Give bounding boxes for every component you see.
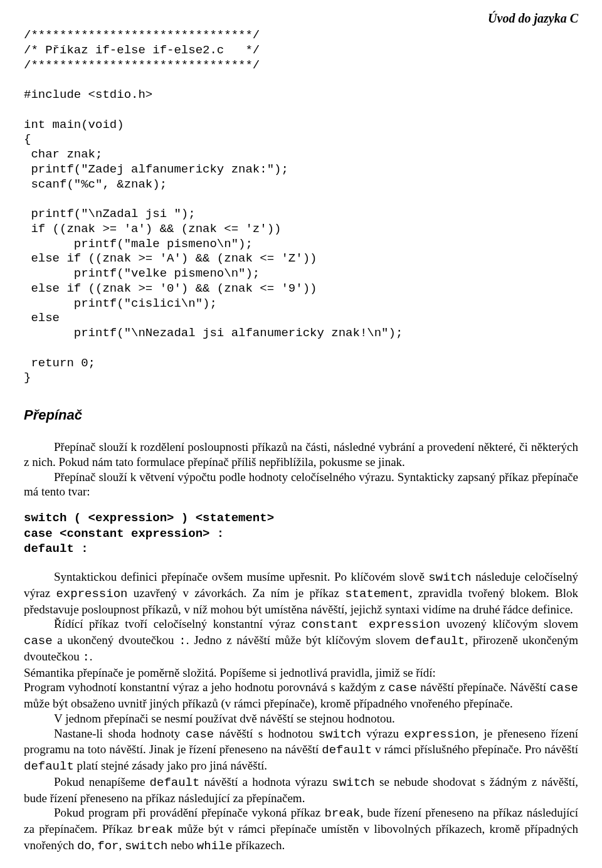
code-line: /* Příkaz if-else if-else2.c */ xyxy=(24,43,260,57)
text: výrazu xyxy=(361,727,404,740)
code-line: else if ((znak >= '0') && (znak <= '9')) xyxy=(24,282,317,295)
code-line: else xyxy=(24,311,60,325)
paragraph: Přepínač slouží k rozdělení posloupnosti… xyxy=(24,440,578,470)
keyword-default: default xyxy=(415,634,465,648)
code-line: return 0; xyxy=(24,356,95,370)
paragraph: Přepínač slouží k větvení výpočtu podle … xyxy=(24,470,578,500)
paragraph: Řídící příkaz tvoří celočíselný konstant… xyxy=(24,617,578,665)
keyword-for: for xyxy=(97,839,119,853)
text: , xyxy=(92,839,98,852)
keyword-colon: : xyxy=(82,650,89,664)
keyword-case: case xyxy=(388,681,417,695)
code-block: /*******************************/ /* Pří… xyxy=(24,28,578,386)
text: Pokud program při provádění přepínače vy… xyxy=(54,806,324,819)
paragraph: Nastane-li shoda hodnoty case návěští s … xyxy=(24,726,578,775)
syntax-block: switch ( <expression> ) <statement> case… xyxy=(24,511,578,557)
paragraph: Syntaktickou definici přepínače ovšem mu… xyxy=(24,569,578,617)
text: Přepínač xyxy=(54,866,99,868)
code-line: if ((znak >= 'a') && (znak <= 'z')) xyxy=(24,222,281,236)
paragraph: V jednom přepínači se nesmí používat dvě… xyxy=(24,711,578,726)
code-line: char znak; xyxy=(24,147,102,161)
paragraph: Sémantika přepínače je poměrně složitá. … xyxy=(24,665,578,680)
keyword-break: break xyxy=(137,823,173,837)
paragraph: Přepínač switch může mít mnoho forem. Po… xyxy=(24,865,578,868)
syntax-line: case <constant expression> : xyxy=(24,527,224,541)
code-line: /*******************************/ xyxy=(24,58,260,72)
spacer xyxy=(24,854,578,865)
text: může být obsaženo uvnitř jiných příkazů … xyxy=(24,697,513,710)
keyword-while: while xyxy=(197,839,233,853)
text: nebo xyxy=(167,839,196,852)
keyword-constant-expression: constant expression xyxy=(302,618,441,632)
text: Nastane-li shoda hodnoty xyxy=(54,727,186,740)
code-line: printf("male pismeno\n"); xyxy=(24,237,253,251)
code-line: #include <stdio.h> xyxy=(24,88,152,102)
text: Řídící příkaz tvoří celočíselný konstant… xyxy=(54,617,302,630)
page-header-title: Úvod do jazyka C xyxy=(24,11,578,26)
text: Syntaktickou definici přepínače ovšem mu… xyxy=(54,570,428,583)
text: návěští s hodnotou xyxy=(214,727,318,740)
keyword-default: default xyxy=(322,743,372,757)
code-line: else if ((znak >= 'A') && (znak <= 'Z')) xyxy=(24,251,317,265)
keyword-statement: statement xyxy=(345,587,409,601)
text: . Jedno z návěští může být klíčovým slov… xyxy=(186,633,415,647)
keyword-break: break xyxy=(324,807,360,820)
keyword-do: do xyxy=(77,839,92,853)
keyword-switch: switch xyxy=(428,571,471,585)
code-line: printf("Zadej alfanumericky znak:"); xyxy=(24,162,288,176)
code-line: printf("\nZadal jsi "); xyxy=(24,207,196,221)
paragraph: Pokud program při provádění přepínače vy… xyxy=(24,805,578,854)
syntax-line: switch ( <expression> ) <statement> xyxy=(24,511,274,525)
code-line: { xyxy=(24,132,31,146)
paragraph: Pokud nenapíšeme default návěští a hodno… xyxy=(24,775,578,806)
keyword-expression: expression xyxy=(56,587,127,601)
body-text: Přepínač slouží k rozdělení posloupnosti… xyxy=(24,440,578,868)
text: Program vyhodnotí konstantní výraz a jeh… xyxy=(24,680,388,694)
text: návěští přepínače. Návěští xyxy=(417,680,549,694)
code-line: /*******************************/ xyxy=(24,28,260,42)
text: v rámci příslušného přepínače. Pro návěš… xyxy=(372,743,578,756)
keyword-switch: switch xyxy=(125,839,167,853)
syntax-line: default : xyxy=(24,542,88,556)
code-line: scanf("%c", &znak); xyxy=(24,177,167,191)
keyword-case: case xyxy=(24,634,53,648)
paragraph: Program vyhodnotí konstantní výraz a jeh… xyxy=(24,680,578,711)
keyword-switch: switch xyxy=(319,728,361,741)
text: uvozený klíčovým slovem xyxy=(440,617,578,630)
keyword-colon: : xyxy=(179,634,186,648)
text: příkazech. xyxy=(233,839,285,852)
text: platí stejné zásady jako pro jiná návěšt… xyxy=(74,759,267,772)
code-line: printf("velke pismeno\n"); xyxy=(24,267,260,280)
section-heading: Přepínač xyxy=(24,407,578,423)
text: návěští a hodnota výrazu xyxy=(199,775,332,788)
keyword-expression: expression xyxy=(404,728,475,741)
text: Pokud nenapíšeme xyxy=(54,775,150,788)
keyword-default: default xyxy=(150,776,200,790)
keyword-case: case xyxy=(186,728,214,741)
keyword-case: case xyxy=(549,681,578,695)
page: Úvod do jazyka C /**********************… xyxy=(0,0,602,868)
keyword-default: default xyxy=(24,760,74,773)
text: a ukončený dvoutečkou xyxy=(53,633,179,647)
text: , xyxy=(119,839,125,852)
code-line: } xyxy=(24,371,31,384)
code-line: int main(void) xyxy=(24,118,124,132)
code-line: printf("cislici\n"); xyxy=(24,297,217,310)
text: . xyxy=(90,650,93,663)
code-line: printf("\nNezadal jsi alfanumericky znak… xyxy=(24,326,403,340)
text: uzavřený v závorkách. Za ním je příkaz xyxy=(127,586,345,600)
keyword-switch: switch xyxy=(332,776,374,790)
